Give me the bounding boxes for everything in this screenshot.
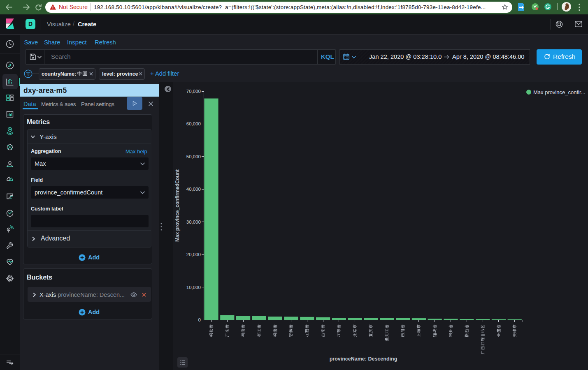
svg-text:provinceName: Descending: provinceName: Descending	[330, 356, 397, 362]
svg-text:Max province_confir...: Max province_confir...	[533, 89, 585, 95]
svg-text:0: 0	[198, 317, 201, 322]
svg-text:70,000: 70,000	[186, 89, 201, 94]
svg-text:40,000: 40,000	[186, 187, 201, 192]
svg-text:50,000: 50,000	[186, 154, 201, 159]
svg-text:30,000: 30,000	[186, 220, 201, 224]
svg-text:60,000: 60,000	[186, 121, 201, 126]
svg-text:Max province_confirmedCount: Max province_confirmedCount	[174, 169, 180, 242]
svg-text:10,000: 10,000	[186, 285, 201, 290]
svg-text:20,000: 20,000	[186, 252, 201, 257]
